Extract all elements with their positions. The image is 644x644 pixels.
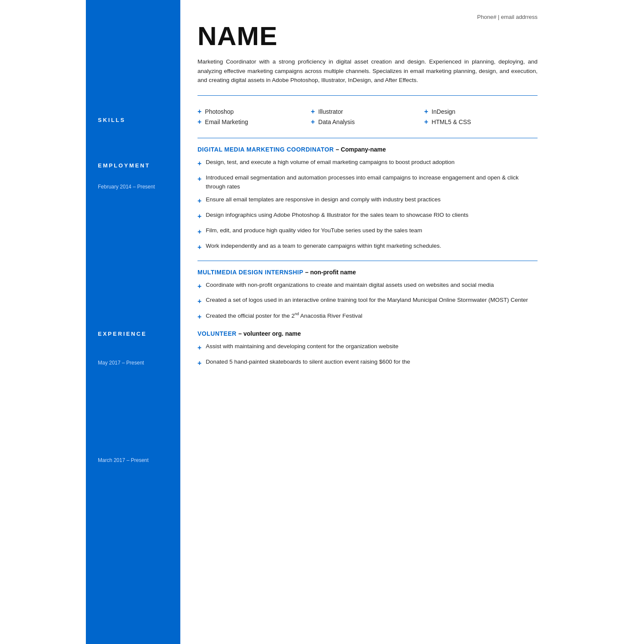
bullet-text: Ensure all email templates are responsiv…	[206, 195, 440, 204]
skill-label-email: Email Marketing	[205, 118, 248, 125]
job3-bullets: + Assist with maintaining and developing…	[197, 342, 538, 369]
bullet-plus-icon: +	[197, 358, 201, 369]
experience-job2-section: VOLUNTEER – volunteer org. name + Assist…	[197, 330, 538, 369]
bullet-text: Film, edit, and produce high quality vid…	[206, 226, 422, 235]
bullet-plus-icon: +	[197, 343, 201, 353]
bullet-text: Donated 5 hand-painted skateboards to si…	[206, 358, 410, 367]
bullet-plus-icon: +	[197, 158, 201, 169]
bullet-text: Created the official poster for the 2nd …	[206, 311, 362, 320]
summary-text: Marketing Coordinator with a strong prof…	[197, 57, 538, 85]
job2-company: – non-profit name	[305, 269, 356, 276]
bullet-plus-icon: +	[197, 242, 201, 253]
skill-item-email: + Email Marketing	[197, 118, 311, 126]
bullet-item: + Donated 5 hand-painted skateboards to …	[197, 358, 538, 369]
skill-label-indesign: InDesign	[431, 108, 455, 115]
skill-label-illustrator: Illustrator	[318, 108, 343, 115]
sidebar-experience-date1: May 2017 – Present	[98, 360, 144, 366]
bullet-item: + Design infographics using Adobe Photos…	[197, 211, 538, 222]
bullet-plus-icon: +	[197, 227, 201, 237]
skill-label-data: Data Analysis	[318, 118, 355, 125]
bullet-item: + Film, edit, and produce high quality v…	[197, 226, 538, 237]
bullet-text: Work independently and as a team to gene…	[206, 242, 441, 251]
sidebar-employment-date: February 2014 – Present	[98, 184, 155, 190]
sidebar: SKILLS EMPLOYMENT February 2014 – Presen…	[86, 0, 180, 644]
skill-plus-icon: +	[424, 118, 428, 126]
job1-company: – Company-name	[336, 146, 386, 153]
job2-bullets: + Coordinate with non-profit organizatio…	[197, 281, 538, 322]
bullet-text: Assist with maintaining and developing c…	[206, 342, 398, 351]
main-content: Phone# | email addrress NAME Marketing C…	[180, 0, 558, 644]
bullet-text: Design, test, and execute a high volume …	[206, 158, 454, 167]
job3-title-line: VOLUNTEER – volunteer org. name	[197, 330, 538, 337]
bullet-plus-icon: +	[197, 211, 201, 222]
bullet-text: Introduced email segmentation and automa…	[206, 173, 538, 191]
skill-plus-icon: +	[424, 108, 428, 115]
experience-job1-section: MULTIMEDIA DESIGN INTERNSHIP – non-profi…	[197, 269, 538, 322]
employment-divider	[197, 138, 538, 138]
experience-divider	[197, 261, 538, 261]
bullet-plus-icon: +	[197, 296, 201, 307]
sidebar-skills-label: SKILLS	[98, 117, 125, 123]
bullet-item: + Introduced email segmentation and auto…	[197, 173, 538, 191]
bullet-plus-icon: +	[197, 312, 201, 322]
bullet-text: Design infographics using Adobe Photosho…	[206, 211, 468, 220]
sidebar-employment-label: EMPLOYMENT	[98, 162, 150, 169]
skill-label-html: HTML5 & CSS	[431, 118, 471, 125]
bullet-item: + Coordinate with non-profit organizatio…	[197, 281, 538, 292]
skill-plus-icon: +	[197, 108, 201, 115]
employment-section: DIGITAL MEDIA MARKETING COORDINATOR – Co…	[197, 146, 538, 253]
bullet-plus-icon: +	[197, 196, 201, 207]
skill-item-html: + HTML5 & CSS	[424, 118, 538, 126]
job2-title-line: MULTIMEDIA DESIGN INTERNSHIP – non-profi…	[197, 269, 538, 276]
bullet-item: + Assist with maintaining and developing…	[197, 342, 538, 353]
skill-label-photoshop: Photoshop	[205, 108, 234, 115]
bullet-item: + Design, test, and execute a high volum…	[197, 158, 538, 169]
resume-container: SKILLS EMPLOYMENT February 2014 – Presen…	[86, 0, 558, 644]
bullet-text: Coordinate with non-profit organizations…	[206, 281, 494, 290]
skills-section: + Photoshop + Illustrator + InDesign + E…	[197, 103, 538, 134]
bullet-item: + Work independently and as a team to ge…	[197, 242, 538, 253]
contact-info: Phone# | email addrress	[197, 14, 538, 20]
skill-item-indesign: + InDesign	[424, 108, 538, 115]
skills-divider	[197, 95, 538, 96]
skill-item-photoshop: + Photoshop	[197, 108, 311, 115]
job1-title-line: DIGITAL MEDIA MARKETING COORDINATOR – Co…	[197, 146, 538, 153]
job3-title: VOLUNTEER	[197, 330, 237, 337]
job1-title: DIGITAL MEDIA MARKETING COORDINATOR	[197, 146, 334, 153]
sidebar-experience-label: EXPERIENCE	[98, 331, 147, 337]
bullet-text: Created a set of logos used in an intera…	[206, 296, 528, 305]
sidebar-experience-date2: March 2017 – Present	[98, 457, 149, 463]
bullet-item: + Created the official poster for the 2n…	[197, 311, 538, 322]
bullet-item: + Ensure all email templates are respons…	[197, 195, 538, 207]
job2-title: MULTIMEDIA DESIGN INTERNSHIP	[197, 269, 303, 276]
skill-item-data: + Data Analysis	[311, 118, 424, 126]
bullet-plus-icon: +	[197, 174, 201, 185]
skill-item-illustrator: + Illustrator	[311, 108, 424, 115]
bullet-plus-icon: +	[197, 281, 201, 292]
skill-plus-icon: +	[311, 108, 315, 115]
job3-company: – volunteer org. name	[238, 330, 301, 337]
job1-bullets: + Design, test, and execute a high volum…	[197, 158, 538, 253]
skill-plus-icon: +	[197, 118, 201, 126]
skill-plus-icon: +	[311, 118, 315, 126]
bullet-item: + Created a set of logos used in an inte…	[197, 296, 538, 307]
candidate-name: NAME	[197, 23, 538, 49]
